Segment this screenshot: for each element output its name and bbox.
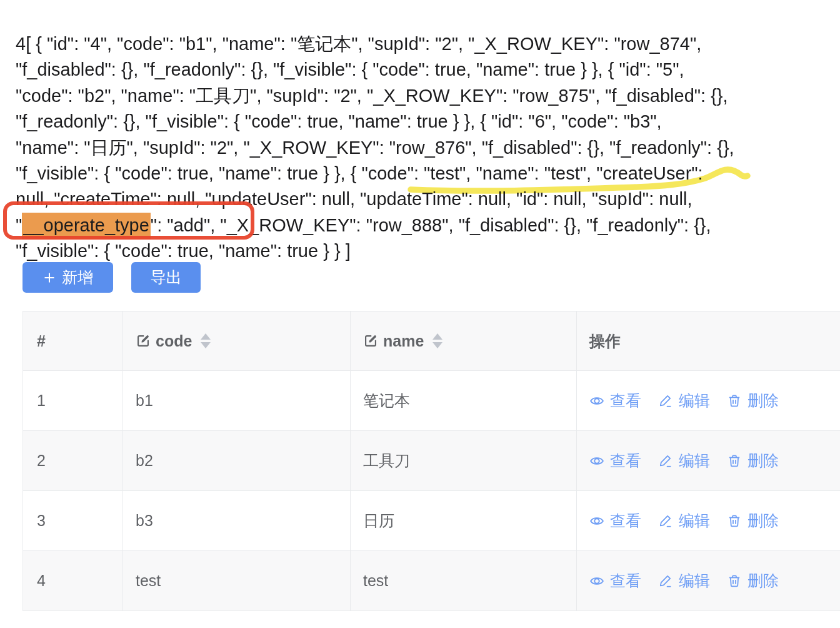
view-link[interactable]: 查看 xyxy=(589,450,641,471)
table-header-row: # code xyxy=(23,311,840,371)
index-header-label: # xyxy=(37,332,46,350)
eye-icon xyxy=(589,393,604,408)
console-log-line: "f_visible": { "code": true, "name": tru… xyxy=(16,161,838,186)
actions-cell: 查看 编辑 删除 xyxy=(577,491,840,551)
code-value: b2 xyxy=(136,452,153,470)
view-label: 查看 xyxy=(610,570,641,591)
sort-desc-icon[interactable] xyxy=(432,342,442,348)
add-button[interactable]: 新增 xyxy=(22,262,113,293)
edit-square-icon xyxy=(363,333,378,348)
pencil-icon xyxy=(658,514,673,529)
code-value: b1 xyxy=(136,392,153,410)
table-row: 4 test test 查看 编辑 删除 xyxy=(23,551,840,611)
plus-icon xyxy=(42,271,56,285)
delete-label: 删除 xyxy=(748,450,779,471)
delete-link[interactable]: 删除 xyxy=(727,570,779,591)
view-link[interactable]: 查看 xyxy=(589,390,641,411)
console-log-text: " xyxy=(16,215,22,235)
code-cell[interactable]: b1 xyxy=(123,371,351,431)
edit-label: 编辑 xyxy=(679,390,710,411)
sort-asc-icon[interactable] xyxy=(432,333,442,340)
row-index-value: 1 xyxy=(37,392,46,410)
view-link[interactable]: 查看 xyxy=(589,570,641,591)
view-link[interactable]: 查看 xyxy=(589,510,641,531)
actions-cell: 查看 编辑 删除 xyxy=(577,431,840,491)
edit-square-icon xyxy=(136,333,151,348)
name-cell[interactable]: test xyxy=(351,551,577,611)
code-header-label: code xyxy=(156,332,192,350)
trash-icon xyxy=(727,393,742,408)
name-cell[interactable]: 笔记本 xyxy=(351,371,577,431)
eye-icon xyxy=(589,514,604,529)
actions-cell: 查看 编辑 删除 xyxy=(577,371,840,431)
code-value: test xyxy=(136,572,161,590)
console-log-line: "__operate_type": "add", "_X_ROW_KEY": "… xyxy=(16,213,838,238)
console-log-line: 4[ { "id": "4", "code": "b1", "name": "笔… xyxy=(16,31,838,57)
name-value: 笔记本 xyxy=(363,390,410,411)
add-button-label: 新增 xyxy=(62,267,93,288)
pencil-icon xyxy=(658,574,673,589)
row-index-cell: 2 xyxy=(23,431,123,491)
code-value: b3 xyxy=(136,512,153,530)
view-label: 查看 xyxy=(610,510,641,531)
edit-link[interactable]: 编辑 xyxy=(658,390,710,411)
trash-icon xyxy=(727,574,742,589)
console-log-line: null, "createTime": null, "updateUser": … xyxy=(16,186,838,212)
data-table: # code xyxy=(22,311,840,611)
header-cell-name[interactable]: name xyxy=(351,311,577,371)
console-log-line: "code": "b2", "name": "工具刀", "supId": "2… xyxy=(16,83,838,109)
row-index-cell: 4 xyxy=(23,551,123,611)
sort-desc-icon[interactable] xyxy=(201,342,211,348)
trash-icon xyxy=(727,514,742,529)
trash-icon xyxy=(727,453,742,468)
row-index-value: 2 xyxy=(37,452,46,470)
sort-asc-icon[interactable] xyxy=(201,333,211,340)
console-log-line: "f_readonly": {}, "f_visible": { "code":… xyxy=(16,109,838,134)
table-row: 2 b2 工具刀 查看 编辑 删除 xyxy=(23,431,840,491)
view-label: 查看 xyxy=(610,390,641,411)
pencil-icon xyxy=(658,393,673,408)
name-value: test xyxy=(363,572,388,590)
orange-highlight-operate-type: __operate_type xyxy=(22,213,151,240)
delete-label: 删除 xyxy=(748,510,779,531)
edit-link[interactable]: 编辑 xyxy=(658,570,710,591)
row-index-cell: 1 xyxy=(23,371,123,431)
row-index-value: 3 xyxy=(37,512,46,530)
name-header-label: name xyxy=(383,332,424,350)
export-button-label: 导出 xyxy=(151,267,182,288)
header-cell-actions: 操作 xyxy=(577,311,840,371)
code-cell[interactable]: b3 xyxy=(123,491,351,551)
console-log-text: ": "add", "_X_ROW_KEY": "row_888", "f_di… xyxy=(151,215,711,235)
sort-carets-code[interactable] xyxy=(201,333,211,348)
code-cell[interactable]: b2 xyxy=(123,431,351,491)
name-cell[interactable]: 工具刀 xyxy=(351,431,577,491)
actions-header-label: 操作 xyxy=(589,331,621,352)
delete-label: 删除 xyxy=(748,570,779,591)
delete-link[interactable]: 删除 xyxy=(727,510,779,531)
header-cell-index: # xyxy=(23,311,123,371)
row-index-value: 4 xyxy=(37,572,46,590)
row-index-cell: 3 xyxy=(23,491,123,551)
header-cell-code[interactable]: code xyxy=(123,311,351,371)
eye-icon xyxy=(589,453,604,468)
delete-link[interactable]: 删除 xyxy=(727,390,779,411)
edit-link[interactable]: 编辑 xyxy=(658,450,710,471)
actions-cell: 查看 编辑 删除 xyxy=(577,551,840,611)
edit-label: 编辑 xyxy=(679,510,710,531)
console-log-line: "f_disabled": {}, "f_readonly": {}, "f_v… xyxy=(16,57,838,83)
code-cell[interactable]: test xyxy=(123,551,351,611)
table-row: 1 b1 笔记本 查看 编辑 删除 xyxy=(23,371,840,431)
console-json-dump: 4[ { "id": "4", "code": "b1", "name": "笔… xyxy=(16,31,838,265)
delete-link[interactable]: 删除 xyxy=(727,450,779,471)
view-label: 查看 xyxy=(610,450,641,471)
name-value: 日历 xyxy=(363,510,394,531)
edit-link[interactable]: 编辑 xyxy=(658,510,710,531)
console-log-line: "f_visible": { "code": true, "name": tru… xyxy=(16,238,838,264)
name-value: 工具刀 xyxy=(363,450,410,471)
delete-label: 删除 xyxy=(748,390,779,411)
export-button[interactable]: 导出 xyxy=(131,262,201,293)
table-row: 3 b3 日历 查看 编辑 删除 xyxy=(23,491,840,551)
name-cell[interactable]: 日历 xyxy=(351,491,577,551)
edit-label: 编辑 xyxy=(679,570,710,591)
sort-carets-name[interactable] xyxy=(432,333,442,348)
